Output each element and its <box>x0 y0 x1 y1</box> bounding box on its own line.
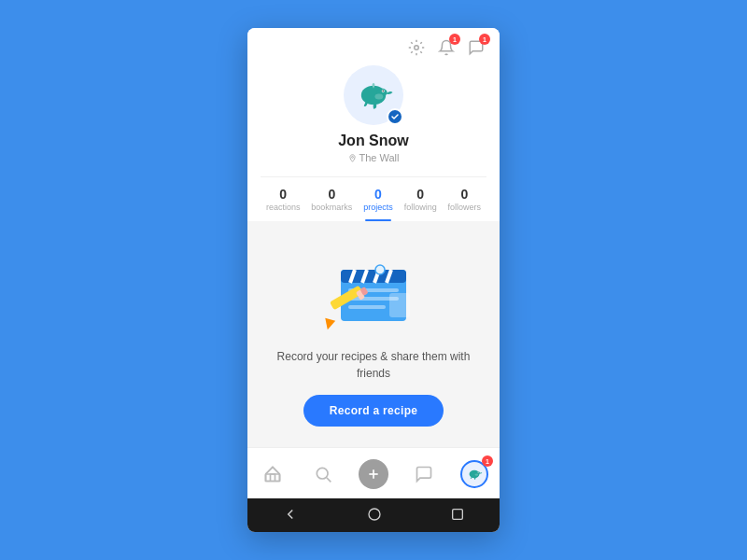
notifications-badge: 1 <box>449 34 460 45</box>
svg-line-24 <box>327 478 331 483</box>
empty-state-text: Record your recipes & share them with fr… <box>262 348 485 382</box>
profile-name: Jon Snow <box>338 133 409 149</box>
home-btn[interactable] <box>367 507 382 525</box>
search-icon <box>314 465 332 483</box>
svg-point-29 <box>475 473 479 475</box>
projects-count: 0 <box>374 187 382 202</box>
messages-icon-wrap[interactable]: 1 <box>466 37 486 58</box>
svg-point-20 <box>375 265 385 274</box>
svg-point-23 <box>317 468 328 479</box>
stat-bookmarks[interactable]: 0 bookmarks <box>311 187 352 221</box>
recipe-illustration <box>322 242 425 335</box>
following-count: 0 <box>416 187 424 202</box>
svg-point-32 <box>369 509 380 520</box>
record-recipe-button[interactable]: Record a recipe <box>303 395 444 427</box>
stat-projects[interactable]: 0 projects <box>363 187 393 221</box>
chat-icon <box>415 465 433 483</box>
profile-location: The Wall <box>348 152 400 163</box>
nav-chat[interactable] <box>407 457 441 491</box>
nav-profile[interactable]: 1 <box>458 457 491 491</box>
following-label: following <box>404 203 437 212</box>
reactions-label: reactions <box>266 203 301 212</box>
followers-label: followers <box>448 203 482 212</box>
content-area: Record your recipes & share them with fr… <box>247 221 500 447</box>
bookmarks-label: bookmarks <box>311 203 352 212</box>
avatar-verified-badge <box>387 108 403 125</box>
svg-point-0 <box>415 46 419 50</box>
svg-rect-33 <box>453 509 463 519</box>
header-icons: 1 1 <box>261 37 486 58</box>
reactions-count: 0 <box>279 187 287 202</box>
bookmarks-count: 0 <box>328 187 335 202</box>
recents-btn[interactable] <box>450 507 465 525</box>
svg-marker-17 <box>322 315 337 329</box>
add-icon <box>366 467 381 482</box>
avatar-wrap <box>344 65 403 125</box>
stat-followers[interactable]: 0 followers <box>448 187 482 221</box>
stats-row: 0 reactions 0 bookmarks 0 projects 0 fol… <box>261 176 486 221</box>
svg-point-5 <box>374 94 383 100</box>
settings-icon-wrap[interactable] <box>406 37 427 58</box>
projects-label: projects <box>363 203 393 212</box>
profile-badge: 1 <box>482 455 493 467</box>
bottom-nav: 1 <box>247 447 500 498</box>
dolphin-nav-icon <box>466 466 483 483</box>
settings-icon <box>408 39 425 56</box>
profile-section: Jon Snow The Wall <box>261 65 486 176</box>
home-icon <box>263 465 282 483</box>
nav-search[interactable] <box>306 457 340 491</box>
top-area: 1 1 <box>247 28 500 221</box>
svg-point-31 <box>478 472 479 473</box>
notifications-icon-wrap[interactable]: 1 <box>436 37 457 58</box>
location-text: The Wall <box>359 152 400 163</box>
stat-following[interactable]: 0 following <box>404 187 437 221</box>
messages-badge: 1 <box>479 34 490 45</box>
location-icon <box>348 154 357 162</box>
phone-frame: 1 1 <box>247 28 500 532</box>
svg-point-6 <box>351 156 353 158</box>
svg-point-4 <box>383 91 384 91</box>
followers-count: 0 <box>460 187 468 202</box>
svg-rect-22 <box>266 474 280 482</box>
svg-rect-15 <box>348 305 386 309</box>
back-btn[interactable] <box>282 506 299 525</box>
nav-home[interactable] <box>256 457 289 491</box>
empty-state-illustration <box>322 242 425 335</box>
stat-reactions[interactable]: 0 reactions <box>266 187 301 221</box>
svg-rect-21 <box>389 293 410 317</box>
android-nav-bar <box>247 498 500 532</box>
dolphin-icon <box>353 75 394 116</box>
nav-add[interactable] <box>357 457 390 491</box>
